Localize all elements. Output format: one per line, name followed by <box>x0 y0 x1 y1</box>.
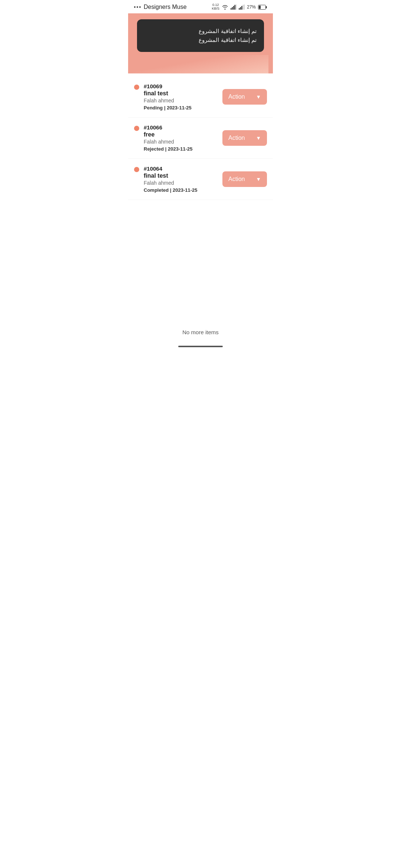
status-left: Designers Muse <box>134 4 187 10</box>
status-right: 0.12 KB/S <box>212 3 267 11</box>
svg-rect-6 <box>240 7 241 10</box>
notification-line1: تم إنشاء اتفاقية المشروع <box>144 27 257 36</box>
item-details-1: #10069 final test Falah ahmed Pending | … <box>144 83 222 111</box>
bottom-indicator <box>128 343 273 350</box>
notification-line2: تم إنشاء اتفاقية المشروع <box>144 36 257 45</box>
item-dot-3 <box>134 167 139 172</box>
svg-rect-8 <box>242 5 244 10</box>
svg-rect-2 <box>233 6 234 10</box>
item-author-1: Falah ahmed <box>144 98 222 103</box>
data-speed: 0.12 KB/S <box>212 3 219 11</box>
item-status-3: Completed | 2023-11-25 <box>144 187 222 193</box>
item-name-2: free <box>144 131 222 138</box>
svg-rect-12 <box>266 6 267 8</box>
no-more-items: No more items <box>128 314 273 343</box>
action-btn-text-1: Action <box>228 93 245 100</box>
item-author-2: Falah ahmed <box>144 139 222 145</box>
chevron-down-icon-3: ▼ <box>256 176 261 182</box>
item-details-3: #10064 final test Falah ahmed Completed … <box>144 165 222 193</box>
item-left-2: #10066 free Falah ahmed Rejected | 2023-… <box>134 124 222 152</box>
list-item: #10069 final test Falah ahmed Pending | … <box>128 76 273 118</box>
item-left-1: #10069 final test Falah ahmed Pending | … <box>134 83 222 111</box>
banner-area: تم إنشاء اتفاقية المشروع تم إنشاء اتفاقي… <box>128 13 273 73</box>
item-dot-2 <box>134 126 139 131</box>
svg-rect-3 <box>234 5 235 10</box>
item-name-1: final test <box>144 90 222 97</box>
action-button-1[interactable]: Action ▼ <box>222 89 267 105</box>
action-button-2[interactable]: Action ▼ <box>222 130 267 146</box>
item-details-2: #10066 free Falah ahmed Rejected | 2023-… <box>144 124 222 152</box>
svg-rect-5 <box>239 8 240 10</box>
svg-rect-11 <box>259 6 261 9</box>
home-indicator <box>178 346 223 347</box>
status-dots <box>134 6 141 8</box>
status-bar: Designers Muse 0.12 KB/S <box>128 0 273 13</box>
item-id-1: #10069 <box>144 83 222 89</box>
chevron-down-icon-2: ▼ <box>256 135 261 141</box>
svg-rect-7 <box>241 6 242 10</box>
battery-percent: 27% <box>247 4 256 10</box>
wifi-icon <box>222 4 228 10</box>
action-btn-text-3: Action <box>228 176 245 183</box>
chevron-down-icon-1: ▼ <box>256 94 261 100</box>
notification-banner: تم إنشاء اتفاقية المشروع تم إنشاء اتفاقي… <box>137 19 264 52</box>
item-name-3: final test <box>144 172 222 179</box>
list-item: #10064 final test Falah ahmed Completed … <box>128 159 273 200</box>
svg-rect-0 <box>231 8 232 10</box>
item-status-2: Rejected | 2023-11-25 <box>144 146 222 152</box>
dot1 <box>134 6 136 8</box>
dot3 <box>139 6 141 8</box>
action-button-3[interactable]: Action ▼ <box>222 171 267 187</box>
item-left-3: #10064 final test Falah ahmed Completed … <box>134 165 222 193</box>
item-id-2: #10066 <box>144 124 222 131</box>
salmon-wave <box>133 55 268 73</box>
action-btn-text-2: Action <box>228 135 245 141</box>
spacer <box>128 203 273 314</box>
dot2 <box>137 6 138 8</box>
svg-rect-9 <box>244 4 245 10</box>
app-title: Designers Muse <box>144 4 187 10</box>
item-author-3: Falah ahmed <box>144 180 222 186</box>
list-section: #10069 final test Falah ahmed Pending | … <box>128 73 273 203</box>
item-id-3: #10064 <box>144 165 222 172</box>
signal-icon <box>231 4 237 10</box>
item-dot-1 <box>134 85 139 90</box>
svg-rect-1 <box>232 7 233 10</box>
battery-icon <box>258 5 267 10</box>
item-status-1: Pending | 2023-11-25 <box>144 105 222 111</box>
svg-rect-4 <box>236 4 237 10</box>
list-item: #10066 free Falah ahmed Rejected | 2023-… <box>128 118 273 159</box>
signal-icon-2 <box>239 4 245 10</box>
